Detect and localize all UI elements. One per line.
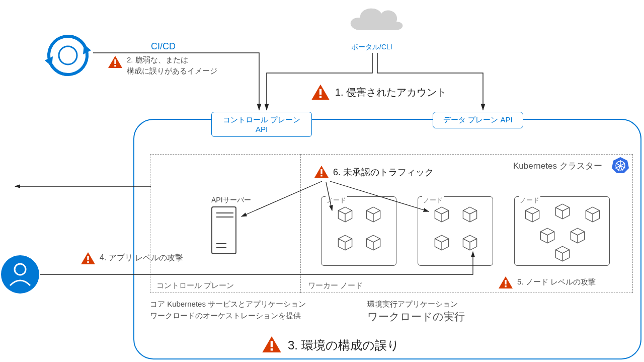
warning-icon	[314, 165, 329, 178]
threat-1: 1. 侵害されたアカウント	[335, 86, 447, 99]
warning-icon	[498, 276, 513, 289]
control-plane-api-box: コントロール プレーン API	[211, 112, 312, 137]
threat-2-line1: 2. 脆弱な、または	[127, 55, 188, 65]
cloud-icon	[342, 3, 408, 40]
node-label: ノード	[519, 196, 540, 205]
threat-6: 6. 未承認のトラフィック	[333, 166, 434, 178]
api-server-icon	[211, 206, 236, 254]
control-desc-1: コア Kubernetes サービスとアプリケーション	[150, 300, 306, 309]
worker-desc-1: 環境実行アプリケーション	[367, 300, 458, 309]
node-2: ノード	[418, 196, 493, 266]
api-server-label: APIサーバー	[211, 196, 251, 205]
threat-3: 3. 環境の構成の誤り	[288, 337, 399, 353]
node-label: ノード	[326, 196, 347, 205]
worker-section-label: ワーカー ノード	[308, 281, 363, 291]
cicd-icon	[43, 30, 93, 81]
worker-desc-2: ワークロードの実行	[367, 310, 465, 324]
node-3: ノード	[514, 196, 610, 266]
threat-5: 5. ノード レベルの攻撃	[517, 277, 596, 287]
data-plane-api-box: データ プレーン API	[433, 112, 523, 128]
cicd-label: CI/CD	[151, 41, 176, 52]
node-label: ノード	[422, 196, 444, 205]
control-plane-section-label: コントロール プレーン	[156, 281, 234, 291]
threat-4: 4. アプリ レベルの攻撃	[100, 253, 183, 263]
portal-label: ポータル/CLI	[351, 43, 392, 52]
warning-icon	[262, 335, 282, 353]
warning-icon	[311, 84, 330, 101]
threat-2-line2: 構成に誤りがあるイメージ	[127, 66, 217, 76]
svg-point-1	[59, 46, 77, 64]
warning-icon	[80, 252, 96, 265]
warning-icon	[108, 55, 123, 68]
control-desc-2: ワークロードのオーケストレーションを提供	[150, 311, 301, 321]
user-icon	[0, 254, 40, 295]
node-1: ノード	[321, 196, 396, 266]
